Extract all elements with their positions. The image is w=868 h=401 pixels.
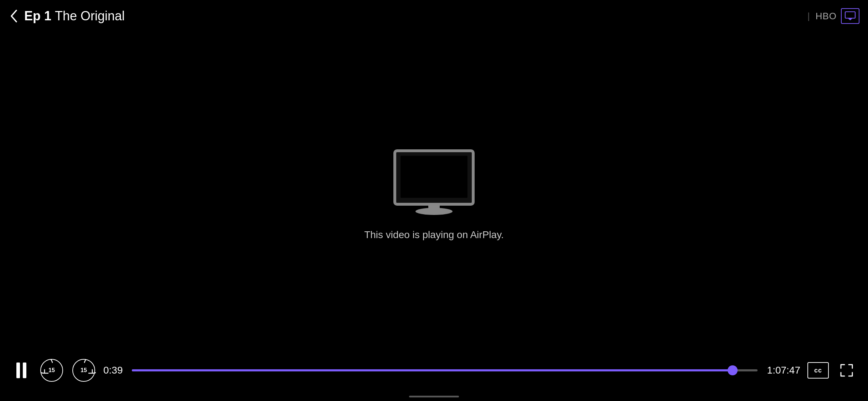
cc-button[interactable]: cc (807, 362, 829, 379)
header-right: | HBO (807, 8, 859, 24)
progress-fill (132, 369, 733, 371)
controls-bar: 15 15 0:39 1:07:47 cc (0, 352, 868, 396)
svg-rect-3 (401, 156, 467, 198)
time-current: 0:39 (103, 365, 125, 376)
svg-rect-0 (845, 12, 855, 18)
tv-icon (384, 144, 484, 215)
hbo-brand-label: HBO (816, 11, 837, 22)
back-button[interactable] (9, 11, 19, 21)
tv-icon-container (384, 144, 484, 215)
controls-row: 15 15 0:39 1:07:47 cc (11, 358, 857, 383)
forward-label: 15 (81, 367, 87, 374)
svg-point-5 (415, 208, 453, 215)
cc-label: cc (814, 367, 822, 374)
progress-area: 0:39 1:07:47 (103, 365, 800, 376)
fullscreen-button[interactable] (836, 360, 857, 381)
forward-circle: 15 (72, 359, 95, 382)
progress-track[interactable] (132, 369, 758, 371)
airplay-button[interactable] (841, 8, 859, 24)
pause-button[interactable] (11, 360, 32, 381)
hbo-separator: | (807, 11, 810, 22)
fullscreen-icon (839, 363, 854, 378)
airplay-message: This video is playing on AirPlay. (364, 229, 504, 241)
episode-title: Ep 1 The Original (24, 9, 125, 24)
main-content: This video is playing on AirPlay. (0, 32, 868, 352)
header-left: Ep 1 The Original (9, 9, 125, 24)
home-bar (409, 396, 459, 397)
header: Ep 1 The Original | HBO (0, 0, 868, 32)
rewind-15-button[interactable]: 15 (39, 358, 64, 383)
pause-icon (16, 363, 26, 378)
svg-marker-1 (847, 18, 853, 20)
forward-15-button[interactable]: 15 (71, 358, 96, 383)
rewind-circle: 15 (40, 359, 63, 382)
progress-thumb (728, 365, 738, 375)
rewind-label: 15 (48, 367, 55, 374)
episode-number: Ep 1 (24, 9, 51, 24)
time-total: 1:07:47 (765, 365, 800, 376)
episode-name: The Original (55, 9, 125, 24)
back-arrow-icon (9, 11, 19, 21)
home-indicator (0, 396, 868, 401)
